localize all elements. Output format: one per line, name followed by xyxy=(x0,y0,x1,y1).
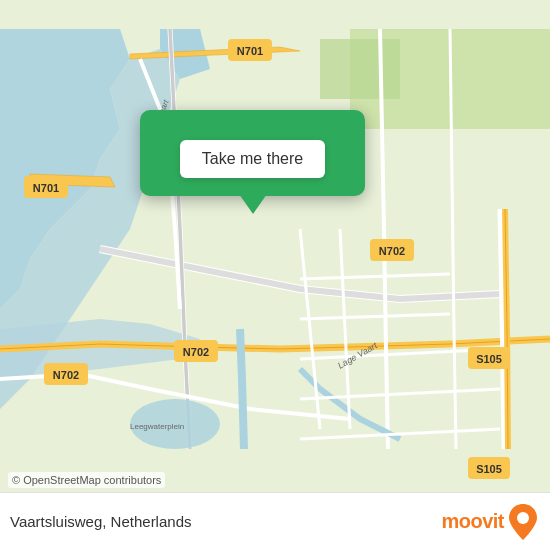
svg-text:N701: N701 xyxy=(33,182,59,194)
bottom-bar: Vaartsluisweg, Netherlands moovit xyxy=(0,492,550,550)
moovit-logo-text: moovit xyxy=(441,510,504,533)
take-me-there-button[interactable]: Take me there xyxy=(180,140,325,178)
popup-card: Take me there xyxy=(140,110,365,196)
svg-text:Leegwaterplein: Leegwaterplein xyxy=(130,422,184,431)
moovit-pin-icon xyxy=(508,504,538,540)
map-attribution: © OpenStreetMap contributors xyxy=(8,472,165,488)
svg-point-21 xyxy=(517,512,529,524)
svg-text:N702: N702 xyxy=(53,369,79,381)
location-label: Vaartsluisweg, Netherlands xyxy=(10,513,191,530)
moovit-logo: moovit xyxy=(441,504,538,540)
svg-text:N702: N702 xyxy=(379,245,405,257)
svg-text:N701: N701 xyxy=(237,45,263,57)
svg-text:N702: N702 xyxy=(183,346,209,358)
svg-text:S105: S105 xyxy=(476,463,502,475)
svg-text:S105: S105 xyxy=(476,353,502,365)
svg-rect-2 xyxy=(320,39,400,99)
map-container: N702 N701 N701 N702 N702 S105 S105 Lage … xyxy=(0,0,550,550)
